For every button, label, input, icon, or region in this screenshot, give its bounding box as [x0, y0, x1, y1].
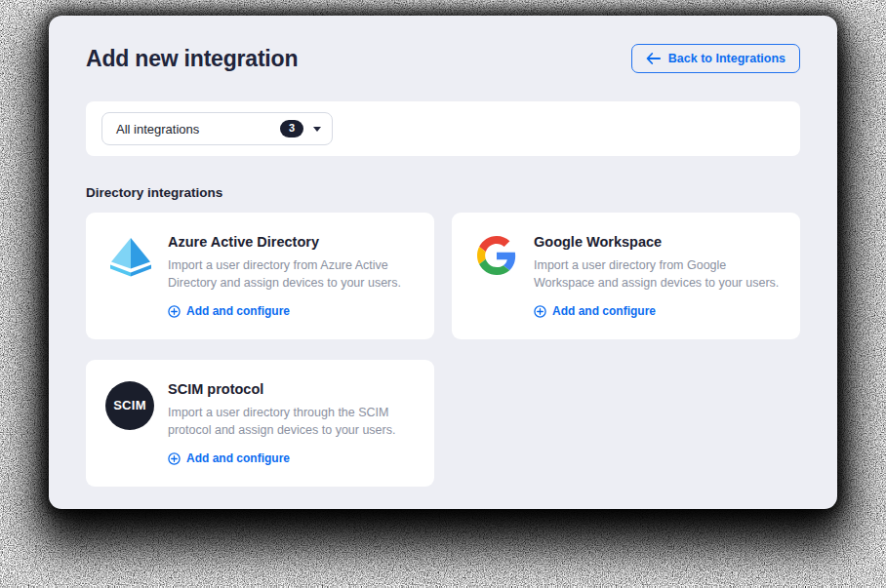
integration-count-badge: 3 [280, 120, 303, 137]
circle-plus-icon [534, 305, 546, 318]
panel-header: Add new integration Back to Integrations [86, 44, 800, 73]
screenshot-canvas: Add new integration Back to Integrations… [0, 0, 886, 588]
card-title: Azure Active Directory [168, 234, 415, 250]
integration-card: Google Workspace Import a user directory… [452, 213, 800, 339]
add-and-configure-label: Add and configure [552, 304, 656, 318]
add-and-configure-link[interactable]: Add and configure [168, 304, 290, 318]
scim-protocol-icon: SCIM [105, 381, 154, 430]
circle-plus-icon [168, 305, 181, 318]
section-heading: Directory integrations [86, 185, 800, 200]
azure-active-directory-icon [107, 234, 154, 281]
add-and-configure-label: Add and configure [186, 304, 290, 318]
back-to-integrations-button[interactable]: Back to Integrations [631, 44, 800, 73]
card-description: Import a user directory from Google Work… [534, 256, 781, 292]
chevron-down-icon [313, 127, 321, 132]
google-workspace-icon [477, 236, 516, 275]
integration-card: SCIM SCIM protocol Import a user directo… [86, 360, 434, 487]
page-title: Add new integration [86, 46, 298, 72]
add-and-configure-link[interactable]: Add and configure [168, 451, 290, 465]
card-body: SCIM protocol Import a user directory th… [168, 381, 415, 469]
back-button-label: Back to Integrations [668, 52, 785, 65]
card-description: Import a user directory through the SCIM… [168, 404, 415, 439]
card-description: Import a user directory from Azure Activ… [168, 256, 415, 292]
card-title: SCIM protocol [168, 381, 415, 397]
add-and-configure-link[interactable]: Add and configure [534, 304, 656, 318]
card-icon-box [473, 234, 520, 275]
card-icon-box [107, 234, 154, 281]
filter-bar: All integrations 3 [86, 101, 800, 156]
scim-icon-label: SCIM [113, 398, 146, 412]
circle-plus-icon [168, 452, 181, 465]
filter-selected-label: All integrations [116, 122, 199, 137]
card-body: Azure Active Directory Import a user dir… [168, 234, 415, 322]
integration-card: Azure Active Directory Import a user dir… [86, 213, 434, 339]
card-title: Google Workspace [534, 234, 781, 250]
add-integration-panel: Add new integration Back to Integrations… [49, 16, 837, 509]
add-and-configure-label: Add and configure [186, 451, 290, 465]
card-icon-box: SCIM [107, 381, 154, 430]
cards-grid: Azure Active Directory Import a user dir… [86, 213, 800, 487]
integration-filter-dropdown[interactable]: All integrations 3 [101, 112, 333, 145]
card-body: Google Workspace Import a user directory… [534, 234, 781, 322]
back-arrow-icon [646, 53, 661, 64]
